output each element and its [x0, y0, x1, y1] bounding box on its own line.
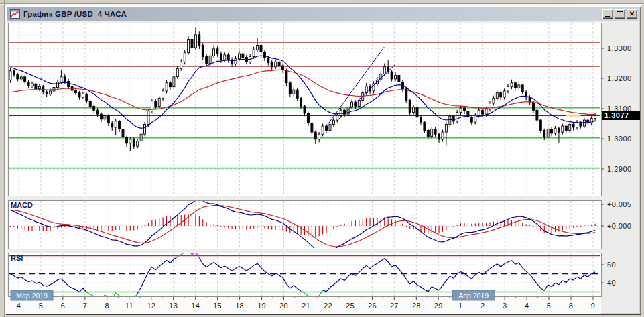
chart-window: График GBP /USD 4 ЧАСА ✕: [5, 5, 641, 315]
ema-slow-label: Exponential_Moving_Average: [115, 25, 223, 33]
window-title: График GBP /USD 4 ЧАСА: [23, 10, 602, 18]
chart-client-area[interactable]: [7, 21, 639, 313]
close-icon: ✕: [629, 11, 635, 17]
chart-window-icon: [10, 9, 20, 19]
maximize-button[interactable]: [615, 9, 625, 19]
title-bar[interactable]: График GBP /USD 4 ЧАСА ✕: [7, 7, 639, 21]
toolbar-divider-light: [0, 4, 644, 5]
minimize-button[interactable]: [602, 9, 613, 19]
ema-fast-label: Exponential_Moving_Average: [11, 25, 119, 33]
maximize-icon: [617, 11, 623, 17]
desktop: { "window": { "title": "График GBP /USD …: [0, 0, 644, 317]
minimize-icon: [605, 16, 610, 17]
close-button[interactable]: ✕: [627, 9, 637, 19]
window-controls: ✕: [602, 9, 637, 19]
